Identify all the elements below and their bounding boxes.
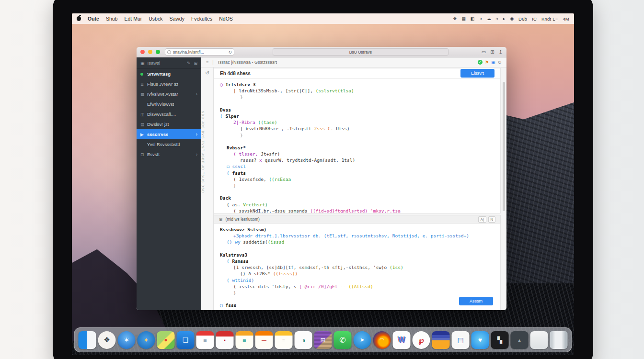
spotlight-icon[interactable]: ❖ (453, 16, 457, 21)
code-token: (isssd (268, 239, 284, 245)
dock-wallet-icon[interactable] (432, 331, 450, 349)
dock-weather-icon[interactable]: W (393, 331, 411, 349)
dock-finder-icon[interactable] (79, 331, 96, 349)
code-editor-top[interactable]: ◯ Irfsldsrv 3| ldruNti39sMssb-, [str(|C|… (214, 79, 501, 213)
dock-photos-icon[interactable]: ❖ (98, 331, 116, 349)
close-button[interactable] (140, 50, 145, 54)
edit-icon[interactable]: ✎ (187, 61, 191, 66)
dock-notes-orange-icon[interactable]: — (255, 331, 273, 349)
dock-calendar-alt-icon[interactable]: ▪ (216, 331, 234, 349)
dock-safari-icon[interactable]: ✦ (138, 331, 155, 349)
browser-tab[interactable]: BsU Ustravs (273, 48, 448, 56)
code-line: Kslstrsvs3 (214, 252, 500, 258)
dock-folder-icon[interactable] (530, 331, 548, 349)
collapse-icon[interactable]: ≡ (206, 60, 208, 65)
sidebar-item-ssscrrvss[interactable]: ▶ssscrrvss› (137, 129, 201, 139)
sidebar-item-flsus-jvrewr-sz[interactable]: ≣Flsus Jvrewr sz (137, 79, 201, 89)
dock-calendar-icon[interactable]: ≣ (196, 331, 214, 349)
url-text: snavina.kvisntfl... (173, 50, 226, 55)
primary-action-button[interactable]: Elssvrt (460, 69, 494, 78)
dock-health-icon[interactable]: ♥ (472, 331, 489, 349)
flag-icon[interactable]: ⚑ (485, 60, 489, 65)
dock-launchpad-icon[interactable]: ⊞ (314, 331, 332, 349)
code-line: ( wttinid) (214, 277, 500, 283)
dock-mail-icon[interactable]: ❏ (177, 331, 195, 349)
minimize-button[interactable] (148, 50, 152, 54)
menu-shub[interactable]: Shub (106, 16, 118, 22)
code-token: 2sss C. (314, 126, 333, 131)
new-item-icon[interactable]: ⊞ (194, 61, 197, 66)
bluetooth-icon[interactable]: ◑ (479, 16, 482, 21)
code-token: } (240, 133, 243, 138)
sort-a-button[interactable]: A| (478, 216, 486, 223)
dock-docs-icon[interactable]: ▤ (452, 331, 470, 349)
apple-menu-icon[interactable] (77, 16, 81, 21)
reload-icon[interactable]: ↻ (228, 50, 232, 55)
history-icon[interactable]: ↺ (201, 70, 213, 76)
airplay-icon[interactable]: ≈ (496, 16, 498, 21)
sidebar-item-ivfvsiwvt-avstar[interactable]: ▦Ivfvsiwvt Avstar› (137, 89, 201, 99)
collapsed-panel-strip[interactable]: ↺ SBC JDS BVS FVST JSBF JD TSUS DSD (201, 67, 214, 310)
sidebar-item-efwrlvvlswvst[interactable]: Efwrlvvlswvst (137, 99, 201, 109)
status-text-1[interactable]: IC (532, 16, 537, 22)
refresh-icon[interactable]: ↻ (498, 60, 502, 65)
browser-titlebar[interactable]: snavina.kvisntfl... ↻ BsU Ustravs ▭⊞↥ (137, 47, 506, 57)
chevron-right-icon: › (196, 132, 197, 137)
code-line: ◯ fsss (214, 302, 500, 308)
code-line: Dvss (214, 107, 500, 113)
code-line: } (214, 290, 500, 296)
status-text-3[interactable]: 4M (563, 16, 569, 22)
sidebar-item-label: Esvsft (147, 152, 160, 157)
dock-appstore-icon[interactable]: ✶ (118, 331, 136, 349)
sidebar-item-yvsl-rsvsssbsttf[interactable]: Yvsl Rsvsssbsttf (137, 139, 201, 149)
share-icon[interactable]: ↥ (499, 49, 503, 55)
zoom-button[interactable] (156, 50, 160, 54)
menu-fvckultes[interactable]: Fvckultes (191, 16, 212, 22)
menu-usbck[interactable]: Usbck (149, 16, 162, 22)
run-button[interactable]: Asssm (459, 297, 493, 305)
code-line: +3phsdr dtrsft.].lbsrvsstssr db. (tEl,st… (214, 233, 500, 239)
sidebar-item-dwslsvr-jzt[interactable]: ▤Dwslsvr jzt (137, 119, 201, 129)
cloud-icon[interactable]: ☁ (487, 16, 491, 21)
vertical-scrollbar[interactable] (503, 82, 505, 211)
tab-overview-icon[interactable]: ⊞ (490, 49, 494, 55)
display-icon[interactable]: ▦ (461, 16, 466, 21)
code-editor-bottom[interactable]: Bsssbswvz Sstssm)+3phsdr dtrsft.].lbsrvs… (214, 224, 501, 310)
dock-trash-icon[interactable] (550, 331, 568, 349)
battery-icon[interactable]: ◧ (471, 16, 475, 21)
dock-photobooth-icon[interactable]: ▚ (491, 331, 509, 349)
dock-twitter-icon[interactable]: ➤ (354, 331, 371, 349)
sidebar-toggle-icon[interactable]: ▭ (482, 49, 486, 55)
dock-textedit-icon[interactable]: ◑ (295, 331, 312, 349)
code-token: | bsvtrNG8Bsre-, .Tsfcgstt (240, 126, 314, 131)
address-bar[interactable]: snavina.kvisntfl... ↻ (165, 48, 234, 56)
clock-icon[interactable]: ◉ (510, 16, 514, 21)
sidebar-item-esvsft[interactable]: ⊡Esvsft› (137, 149, 201, 159)
code-line: } (214, 132, 500, 138)
dock-maps-icon[interactable]: ● (157, 331, 175, 349)
dock-pinterest-icon[interactable]: ℘ (413, 331, 430, 349)
breadcrumb: Tssrat: j/Nssswsa - Gsstzssasrt (218, 60, 277, 65)
dock-utility-icon[interactable]: ▴ (511, 331, 529, 349)
code-line (214, 189, 500, 195)
menu-ndos[interactable]: NdOS (219, 16, 233, 22)
code-line (214, 138, 500, 145)
panel-icon[interactable]: ▣ (491, 60, 495, 65)
collection-icon: ▣ (140, 61, 145, 66)
status-text-0[interactable]: D6b (518, 16, 527, 22)
dock-facetime-icon[interactable]: ✆ (334, 331, 352, 349)
dock-notes-icon[interactable]: ≣ (236, 331, 253, 349)
collapsed-panel-label: SBC JDS BVS FVST JSBF JD TSUS DSD (201, 80, 205, 224)
code-line: ◯ Irfsldsrv 3 (214, 81, 500, 88)
sort-n-button[interactable]: N (488, 216, 495, 223)
menu-edt-mur[interactable]: Edt Mur (124, 16, 142, 22)
sidebar-item-srtwvrtssg[interactable]: Srtwvrtssg (137, 69, 201, 79)
wifi-icon[interactable]: ▸ (503, 16, 506, 21)
code-token: Irfsldsrv 3 (225, 82, 255, 87)
status-text-2[interactable]: Kndt L= (541, 16, 558, 22)
menu-sawdy[interactable]: Sawdy (169, 16, 184, 22)
menu-oute[interactable]: Oute (88, 16, 99, 22)
dock-notes-plain-icon[interactable]: ≡ (275, 331, 293, 349)
sidebar-item-dlsvwvscafl-[interactable]: ◫Dlsvwvscafl.... (137, 109, 201, 119)
dock-firefox-icon[interactable]: ◠ (373, 331, 391, 349)
